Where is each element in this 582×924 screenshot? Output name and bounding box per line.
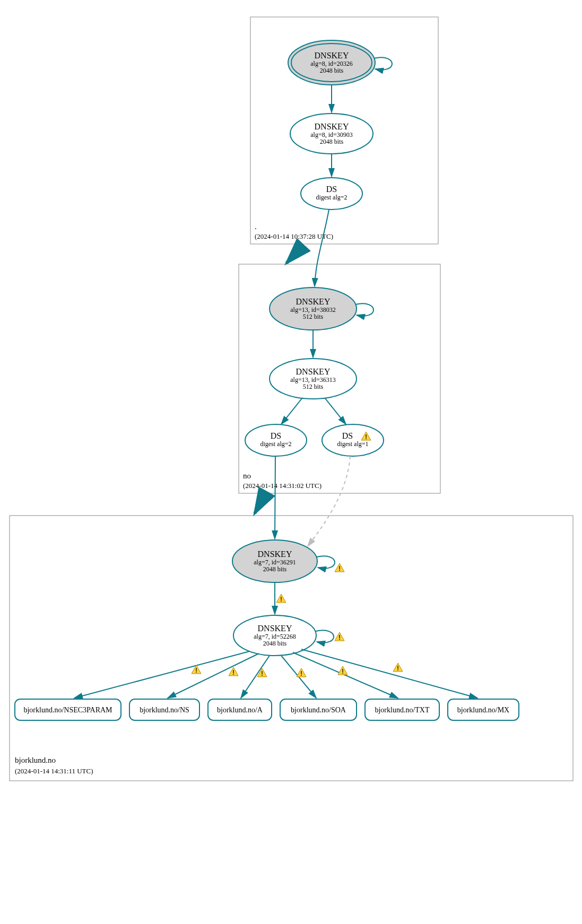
edge-nods2-domksk-dashed (308, 456, 350, 546)
svg-text:bjorklund.no/MX: bjorklund.no/MX (457, 706, 509, 714)
record-ns[interactable]: bjorklund.no/NS (129, 699, 199, 720)
svg-text:DNSKEY: DNSKEY (258, 550, 292, 559)
svg-text:512 bits: 512 bits (303, 313, 324, 320)
edge-rootds-noksk (315, 210, 329, 286)
svg-text:bjorklund.no/A: bjorklund.no/A (217, 706, 263, 714)
record-soa[interactable]: bjorklund.no/SOA (280, 699, 357, 720)
svg-text:2048 bits: 2048 bits (320, 138, 344, 145)
node-root-ds[interactable]: DS digest alg=2 (301, 178, 362, 210)
delegation-root-no (286, 245, 302, 263)
svg-text:DS: DS (342, 431, 353, 440)
zone-domain-name: bjorklund.no (15, 756, 56, 764)
svg-text:digest alg=1: digest alg=1 (337, 440, 368, 448)
svg-text:512 bits: 512 bits (303, 383, 324, 390)
svg-text:alg=8, id=30903: alg=8, id=30903 (310, 131, 353, 138)
warning-icon (335, 632, 344, 641)
self-loop-no-ksk (355, 303, 373, 316)
svg-text:alg=8, id=20326: alg=8, id=20326 (310, 60, 353, 67)
zone-no-name: no (243, 472, 251, 480)
record-txt[interactable]: bjorklund.no/TXT (365, 699, 439, 720)
svg-text:2048 bits: 2048 bits (320, 67, 344, 74)
warning-icon (393, 663, 403, 672)
warning-icon (338, 666, 348, 675)
warning-icon (276, 594, 286, 603)
dnssec-graph: . (2024-01-14 10:37:28 UTC) DNSKEY alg=8… (0, 0, 582, 924)
edge-nozsk-ds1 (281, 398, 302, 424)
svg-text:bjorklund.no/NS: bjorklund.no/NS (140, 706, 189, 714)
warning-icon (229, 667, 238, 676)
self-loop-root-ksk (374, 57, 392, 69)
svg-text:2048 bits: 2048 bits (263, 565, 287, 573)
node-no-zsk[interactable]: DNSKEY alg=13, id=36313 512 bits (270, 359, 357, 399)
edge-zsk-r5 (293, 652, 398, 698)
node-domain-ksk[interactable]: DNSKEY alg=7, id=36291 2048 bits (232, 540, 317, 582)
edge-nods1-domksk (275, 456, 275, 539)
svg-text:DNSKEY: DNSKEY (296, 297, 331, 306)
svg-text:bjorklund.no/TXT: bjorklund.no/TXT (375, 706, 429, 714)
record-nsec3param[interactable]: bjorklund.no/NSEC3PARAM (15, 699, 121, 720)
svg-text:DNSKEY: DNSKEY (258, 624, 292, 633)
zone-root-name: . (255, 222, 257, 231)
edge-zsk-r1 (74, 651, 249, 698)
node-no-ds1[interactable]: DS digest alg=2 (245, 424, 307, 456)
node-root-zsk[interactable]: DNSKEY alg=8, id=30903 2048 bits (290, 114, 373, 154)
svg-text:bjorklund.no/SOA: bjorklund.no/SOA (291, 706, 346, 714)
node-root-ksk[interactable]: DNSKEY alg=8, id=20326 2048 bits (288, 40, 375, 85)
zone-domain-ts: (2024-01-14 14:31:11 UTC) (15, 767, 93, 775)
edge-nozsk-ds2 (325, 398, 346, 424)
delegation-no-domain (255, 494, 265, 513)
svg-text:alg=13, id=38032: alg=13, id=38032 (290, 306, 336, 313)
svg-text:digest alg=2: digest alg=2 (260, 440, 291, 448)
edge-zsk-r6 (301, 649, 477, 698)
svg-text:DS: DS (326, 185, 337, 194)
warning-icon (257, 668, 267, 677)
svg-text:DNSKEY: DNSKEY (296, 367, 331, 376)
warning-icon (335, 563, 344, 572)
record-mx[interactable]: bjorklund.no/MX (448, 699, 519, 720)
record-a[interactable]: bjorklund.no/A (208, 699, 272, 720)
svg-text:alg=13, id=36313: alg=13, id=36313 (290, 376, 336, 383)
zone-no-ts: (2024-01-14 14:31:02 UTC) (243, 482, 322, 490)
warning-icon (297, 668, 306, 677)
zone-root-ts: (2024-01-14 10:37:28 UTC) (255, 232, 333, 240)
svg-text:2048 bits: 2048 bits (263, 640, 287, 647)
node-no-ds2[interactable]: DS digest alg=1 (322, 424, 384, 456)
svg-text:DNSKEY: DNSKEY (315, 51, 349, 60)
svg-text:bjorklund.no/NSEC3PARAM: bjorklund.no/NSEC3PARAM (23, 706, 112, 714)
self-loop-dom-zsk (316, 630, 334, 642)
self-loop-dom-ksk (317, 556, 335, 568)
svg-text:DNSKEY: DNSKEY (315, 122, 349, 131)
node-no-ksk[interactable]: DNSKEY alg=13, id=38032 512 bits (270, 287, 357, 330)
svg-text:alg=7, id=36291: alg=7, id=36291 (254, 559, 296, 566)
svg-text:alg=7, id=52268: alg=7, id=52268 (254, 633, 296, 640)
svg-text:DS: DS (271, 431, 281, 440)
svg-text:digest alg=2: digest alg=2 (316, 194, 347, 201)
